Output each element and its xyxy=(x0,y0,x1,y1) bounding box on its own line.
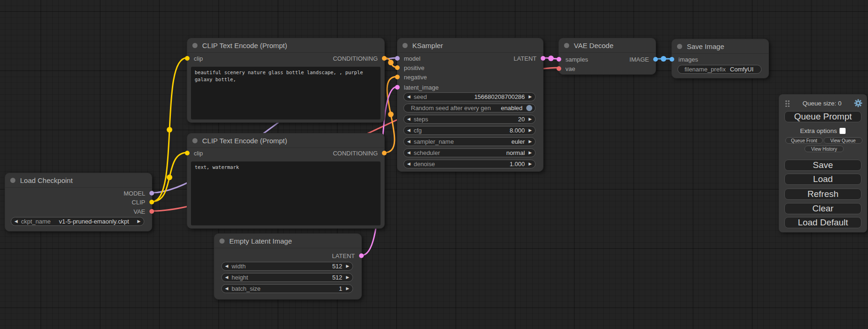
widget-value[interactable]: ComfyUI xyxy=(729,66,754,73)
collapse-dot-icon[interactable] xyxy=(10,178,15,183)
node-load-checkpoint[interactable]: Load Checkpoint MODEL CLIP VAE ◀ ckpt_na… xyxy=(5,173,152,231)
node-titlebar[interactable]: Load Checkpoint xyxy=(5,173,152,188)
output-conditioning[interactable]: CONDITIONING xyxy=(333,54,384,63)
increment-arrow-icon[interactable]: ▶ xyxy=(137,219,141,224)
increment-arrow-icon[interactable]: ▶ xyxy=(346,275,349,280)
increment-arrow-icon[interactable]: ▶ xyxy=(529,140,532,144)
vae-port-icon[interactable] xyxy=(149,209,154,214)
decrement-arrow-icon[interactable]: ◀ xyxy=(225,264,228,268)
collapse-dot-icon[interactable] xyxy=(402,43,408,48)
wire-midpoint-dot[interactable] xyxy=(548,56,554,61)
wire-midpoint-dot[interactable] xyxy=(388,60,394,65)
increment-arrow-icon[interactable]: ▶ xyxy=(346,287,349,291)
widget-cfg[interactable]: ◀ cfg 8.000 ▶ xyxy=(403,126,536,135)
prompt-textarea[interactable]: beautiful scenery nature glass bottle la… xyxy=(191,67,381,119)
queue-prompt-button[interactable]: Queue Prompt xyxy=(784,111,861,122)
increment-arrow-icon[interactable]: ▶ xyxy=(529,128,532,133)
node-titlebar[interactable]: CLIP Text Encode (Prompt) xyxy=(187,38,384,53)
output-vae[interactable]: VAE xyxy=(134,207,152,216)
node-save-image[interactable]: Save Image images filename_prefix ComfyU… xyxy=(671,39,769,78)
view-history-button[interactable]: View History xyxy=(804,146,844,152)
queue-front-button[interactable]: Queue Front xyxy=(785,137,823,144)
node-titlebar[interactable]: KSampler xyxy=(397,38,543,53)
conditioning-port-icon[interactable] xyxy=(395,65,400,70)
input-images[interactable]: images xyxy=(672,55,698,64)
latent-port-icon[interactable] xyxy=(359,253,364,258)
input-samples[interactable]: samples xyxy=(559,55,588,64)
wire-midpoint-dot[interactable] xyxy=(167,175,172,180)
node-empty-latent-image[interactable]: Empty Latent Image LATENT ◀ width 512 ▶ … xyxy=(214,233,362,300)
collapse-dot-icon[interactable] xyxy=(192,138,198,143)
latent-port-icon[interactable] xyxy=(557,57,561,62)
node-titlebar[interactable]: Empty Latent Image xyxy=(214,234,361,248)
node-titlebar[interactable]: CLIP Text Encode (Prompt) xyxy=(187,133,384,148)
node-titlebar[interactable]: Save Image xyxy=(672,39,769,54)
clip-port-icon[interactable] xyxy=(185,151,190,155)
output-clip[interactable]: CLIP xyxy=(132,197,152,207)
widget-value[interactable]: 1.000 xyxy=(438,161,525,168)
extra-options-checkbox[interactable] xyxy=(840,128,846,134)
widget-denoise[interactable]: ◀ denoise 1.000 ▶ xyxy=(403,160,536,168)
collapse-dot-icon[interactable] xyxy=(219,238,225,244)
widget-filename-prefix[interactable]: filename_prefix ComfyUI xyxy=(677,65,762,74)
increment-arrow-icon[interactable]: ▶ xyxy=(346,264,349,268)
save-button[interactable]: Save xyxy=(784,160,861,171)
gear-icon[interactable] xyxy=(854,99,862,107)
image-port-icon[interactable] xyxy=(670,57,674,62)
input-negative[interactable]: negative xyxy=(397,72,427,82)
widget-value[interactable]: 8.000 xyxy=(425,127,525,134)
decrement-arrow-icon[interactable]: ◀ xyxy=(407,95,410,99)
collapse-dot-icon[interactable] xyxy=(564,43,569,48)
decrement-arrow-icon[interactable]: ◀ xyxy=(407,162,410,166)
widget-value[interactable]: 512 xyxy=(249,263,342,270)
decrement-arrow-icon[interactable]: ◀ xyxy=(407,117,410,121)
prompt-textarea[interactable]: text, watermark xyxy=(191,161,381,225)
conditioning-port-icon[interactable] xyxy=(382,56,387,61)
node-titlebar[interactable]: VAE Decode xyxy=(559,38,656,53)
latent-port-icon[interactable] xyxy=(395,85,400,90)
widget-value[interactable]: normal xyxy=(444,149,525,156)
widget-value[interactable]: 1 xyxy=(264,285,342,292)
latent-port-icon[interactable] xyxy=(541,56,545,61)
wire-midpoint-dot[interactable] xyxy=(661,56,666,62)
drag-handle-icon[interactable] xyxy=(785,100,790,107)
widget-batch-size[interactable]: ◀ batch_size 1 ▶ xyxy=(221,284,353,293)
increment-arrow-icon[interactable]: ▶ xyxy=(529,151,532,155)
widget-value[interactable]: 156680208700286 xyxy=(430,93,525,100)
wire-midpoint-dot[interactable] xyxy=(167,127,172,133)
increment-arrow-icon[interactable]: ▶ xyxy=(529,162,532,166)
collapse-dot-icon[interactable] xyxy=(677,44,682,49)
output-latent[interactable]: LATENT xyxy=(514,54,543,63)
node-clip-text-encode-positive[interactable]: CLIP Text Encode (Prompt) clip CONDITION… xyxy=(187,38,385,123)
decrement-arrow-icon[interactable]: ◀ xyxy=(225,275,228,280)
toggle-enabled-icon[interactable] xyxy=(526,105,532,111)
output-latent[interactable]: LATENT xyxy=(332,251,361,260)
decrement-arrow-icon[interactable]: ◀ xyxy=(407,128,410,133)
widget-width[interactable]: ◀ width 512 ▶ xyxy=(221,262,353,271)
widget-random-seed[interactable]: Random seed after every gen enabled xyxy=(403,104,536,112)
clip-port-icon[interactable] xyxy=(149,200,154,204)
widget-sampler-name[interactable]: ◀ sampler_name euler ▶ xyxy=(403,137,536,146)
widget-seed[interactable]: ◀ seed 156680208700286 ▶ xyxy=(403,92,536,101)
input-clip[interactable]: clip xyxy=(187,54,203,63)
load-default-button[interactable]: Load Default xyxy=(784,217,861,228)
widget-ckpt-name[interactable]: ◀ ckpt_name v1-5-pruned-emaonly.ckpt ▶ xyxy=(11,217,144,226)
wire-midpoint-dot[interactable] xyxy=(388,112,394,117)
vae-port-icon[interactable] xyxy=(557,66,561,71)
decrement-arrow-icon[interactable]: ◀ xyxy=(14,219,18,224)
node-vae-decode[interactable]: VAE Decode samples vae IMAGE xyxy=(558,38,656,75)
input-latent-image[interactable]: latent_image xyxy=(397,83,438,92)
clear-button[interactable]: Clear xyxy=(784,203,861,214)
widget-value[interactable]: 512 xyxy=(252,274,342,281)
output-conditioning[interactable]: CONDITIONING xyxy=(333,148,384,158)
input-positive[interactable]: positive xyxy=(397,63,424,72)
output-image[interactable]: IMAGE xyxy=(629,55,656,64)
decrement-arrow-icon[interactable]: ◀ xyxy=(407,151,410,155)
widget-value[interactable]: enabled xyxy=(494,105,522,112)
decrement-arrow-icon[interactable]: ◀ xyxy=(225,287,228,291)
input-model[interactable]: model xyxy=(397,54,420,63)
increment-arrow-icon[interactable]: ▶ xyxy=(529,95,532,99)
conditioning-port-icon[interactable] xyxy=(382,151,387,155)
input-vae[interactable]: vae xyxy=(559,64,575,73)
widget-scheduler[interactable]: ◀ scheduler normal ▶ xyxy=(403,148,536,157)
